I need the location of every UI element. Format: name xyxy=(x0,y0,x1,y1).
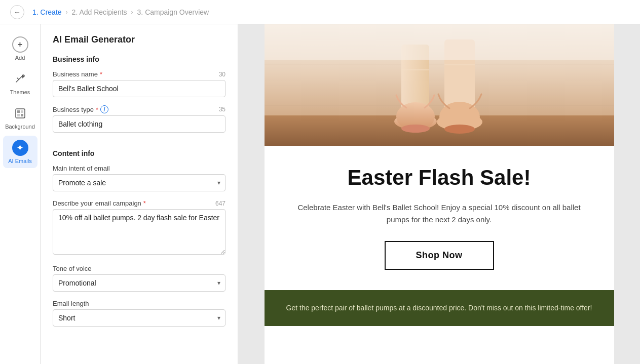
business-name-input[interactable] xyxy=(53,80,225,97)
add-icon: + xyxy=(12,36,28,53)
business-type-input[interactable] xyxy=(53,115,225,133)
business-type-required: * xyxy=(96,106,98,113)
tone-label-row: Tone of voice xyxy=(53,265,225,272)
business-type-label-row: Business type * i 35 xyxy=(53,105,225,113)
panel-title: AI Email Generator xyxy=(53,34,225,45)
sidebar-themes-label: Themes xyxy=(10,89,30,95)
background-icon xyxy=(12,105,28,122)
sidebar-item-themes[interactable]: Themes xyxy=(3,67,37,99)
business-type-field: Business type * i 35 xyxy=(53,105,225,133)
sidebar-item-add[interactable]: + Add xyxy=(3,32,37,65)
describe-char-count: 647 xyxy=(215,200,225,207)
content-info-section: Content info xyxy=(53,149,225,157)
describe-label: Describe your email campaign * xyxy=(53,199,146,207)
business-type-label: Business type * i xyxy=(53,105,108,113)
svg-rect-5 xyxy=(21,114,23,116)
main-intent-label: Main intent of email xyxy=(53,165,110,172)
svg-rect-3 xyxy=(21,110,23,113)
form-panel: AI Email Generator Business info Busines… xyxy=(41,24,238,364)
svg-rect-2 xyxy=(17,110,20,113)
tone-select-wrapper: Promotional Friendly Professional Casual… xyxy=(53,274,225,292)
icon-sidebar: + Add Themes B xyxy=(0,24,41,364)
step-3-overview[interactable]: 3. Campaign Overview xyxy=(137,8,209,16)
main-intent-label-row: Main intent of email xyxy=(53,165,225,172)
top-navigation: ← 1. Create › 2. Add Recipients › 3. Cam… xyxy=(0,0,640,24)
email-length-field: Email length Short Medium Long ▾ xyxy=(53,300,225,327)
preview-panel: Easter Flash Sale! Celebrate Easter with… xyxy=(238,24,640,364)
ballet-image-header xyxy=(265,24,614,146)
svg-point-18 xyxy=(444,125,475,134)
tone-select[interactable]: Promotional Friendly Professional Casual xyxy=(53,274,225,292)
sidebar-ai-label: AI Emails xyxy=(8,158,31,164)
breadcrumb-arrow-1: › xyxy=(66,9,68,16)
shop-now-button[interactable]: Shop Now xyxy=(385,241,494,270)
main-intent-select[interactable]: Promote a sale Newsletter Announcement E… xyxy=(53,174,225,191)
email-body: Easter Flash Sale! Celebrate Easter with… xyxy=(265,146,614,290)
length-select-wrapper: Short Medium Long ▾ xyxy=(53,309,225,327)
svg-rect-4 xyxy=(17,114,20,116)
describe-textarea[interactable]: 10% off all ballet pumps. 2 day flash sa… xyxy=(53,209,225,255)
business-name-required: * xyxy=(100,70,102,78)
main-intent-field: Main intent of email Promote a sale News… xyxy=(53,165,225,191)
email-footer-text: Get the perfect pair of ballet pumps at … xyxy=(285,302,594,313)
ai-emails-icon: ✦ xyxy=(12,140,28,156)
sidebar-item-background[interactable]: Background xyxy=(3,101,37,134)
svg-rect-21 xyxy=(265,24,614,60)
sidebar-background-label: Background xyxy=(5,124,35,130)
email-body-text: Celebrate Easter with Bell's Ballet Scho… xyxy=(295,201,584,226)
business-name-field: Business name * 30 xyxy=(53,70,225,97)
length-label-row: Email length xyxy=(53,300,225,307)
main-intent-select-wrapper: Promote a sale Newsletter Announcement E… xyxy=(53,174,225,191)
email-headline: Easter Flash Sale! xyxy=(295,166,584,189)
sidebar-item-ai-emails[interactable]: ✦ AI Emails xyxy=(3,136,37,168)
describe-required: * xyxy=(143,199,146,207)
sidebar-add-label: Add xyxy=(15,55,25,61)
tone-label: Tone of voice xyxy=(53,265,92,272)
business-type-char-count: 35 xyxy=(219,106,225,113)
main-layout: + Add Themes B xyxy=(0,24,640,364)
step-2-recipients[interactable]: 2. Add Recipients xyxy=(72,8,127,16)
themes-icon xyxy=(12,71,28,87)
email-preview: Easter Flash Sale! Celebrate Easter with… xyxy=(265,24,614,364)
describe-label-row: Describe your email campaign * 647 xyxy=(53,199,225,207)
business-name-label-row: Business name * 30 xyxy=(53,70,225,78)
breadcrumb: 1. Create › 2. Add Recipients › 3. Campa… xyxy=(32,8,209,16)
email-footer: Get the perfect pair of ballet pumps at … xyxy=(265,290,614,326)
business-name-char-count: 30 xyxy=(219,71,225,78)
svg-point-14 xyxy=(401,125,430,133)
describe-campaign-field: Describe your email campaign * 647 10% o… xyxy=(53,199,225,257)
divider-1 xyxy=(53,141,225,141)
breadcrumb-arrow-2: › xyxy=(131,9,133,16)
svg-rect-1 xyxy=(16,109,25,118)
info-icon[interactable]: i xyxy=(100,105,108,113)
business-info-section: Business info xyxy=(53,55,225,63)
tone-field: Tone of voice Promotional Friendly Profe… xyxy=(53,265,225,292)
length-label: Email length xyxy=(53,300,89,307)
length-select[interactable]: Short Medium Long xyxy=(53,309,225,327)
back-button[interactable]: ← xyxy=(10,5,24,19)
back-icon: ← xyxy=(14,8,21,16)
business-name-label: Business name * xyxy=(53,70,102,78)
step-1-create[interactable]: 1. Create xyxy=(32,8,62,16)
